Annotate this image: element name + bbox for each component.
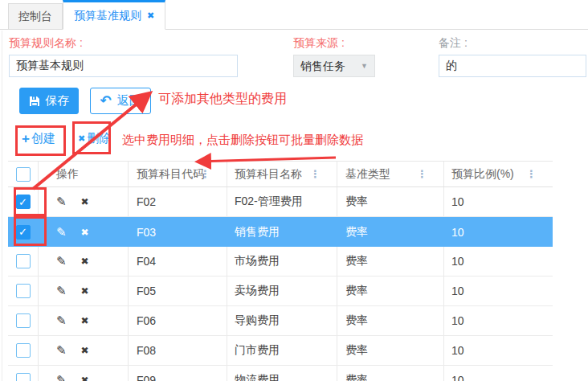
header-cell-name: 预算科目名称 ⋮: [227, 162, 337, 186]
annotation-note-add-fees: 可添加其他类型的费用: [158, 91, 287, 108]
rule-name-label: 预算规则名称 :: [9, 36, 238, 51]
delete-button[interactable]: ✖ 删除: [78, 131, 111, 146]
row-checkbox[interactable]: ✓: [16, 225, 31, 240]
cell-name: 销售费用: [227, 217, 337, 247]
row-checkbox[interactable]: ✓: [16, 195, 31, 209]
tab-console[interactable]: 控制台: [8, 3, 63, 29]
column-menu-icon[interactable]: ⋮: [417, 168, 427, 180]
cell-type: 费率: [337, 366, 444, 381]
delete-label: 删除: [87, 131, 111, 146]
checkbox-check-icon: ✓: [18, 227, 27, 237]
create-label: 创建: [31, 131, 55, 146]
cell-code: F06: [129, 306, 227, 335]
cell-type: 费率: [337, 247, 444, 276]
column-menu-icon[interactable]: ⋮: [310, 168, 321, 180]
tab-budget-rules-label: 预算基准规则: [74, 9, 141, 23]
row-checkbox[interactable]: ✓: [16, 343, 31, 358]
remark-input[interactable]: [439, 55, 586, 77]
row-operations-cell: ✎ ✖: [39, 366, 129, 381]
delete-row-icon[interactable]: ✖: [81, 227, 89, 238]
create-button[interactable]: + 创建: [22, 131, 55, 146]
cell-name: 门市费用: [227, 336, 337, 365]
cell-name: 市场费用: [227, 247, 337, 276]
header-cell-ratio: 预算比例(%) ⋮: [444, 162, 553, 186]
table-row[interactable]: ✓ ✎ ✖ F03 销售费用 费率 10: [8, 217, 553, 247]
cell-ratio: 10: [444, 306, 553, 335]
annotation-note-batch-delete: 选中费用明细，点击删除按钮可批量删除数据: [122, 133, 363, 148]
table-row[interactable]: ✓ ✎ ✖ F04 市场费用 费率 10: [8, 247, 553, 277]
delete-row-icon[interactable]: ✖: [81, 315, 89, 326]
cell-name: F02-管理费用: [227, 187, 337, 216]
delete-row-icon[interactable]: ✖: [81, 256, 89, 267]
row-checkbox-cell: ✓: [8, 247, 39, 276]
cell-type: 费率: [337, 306, 444, 335]
cell-code: F08: [129, 336, 227, 365]
edit-row-icon[interactable]: ✎: [56, 225, 67, 240]
row-operations-cell: ✎ ✖: [39, 187, 129, 216]
row-checkbox-cell: ✓: [8, 187, 39, 216]
tab-console-label: 控制台: [18, 10, 52, 24]
back-button[interactable]: ↶ 返回: [90, 88, 151, 114]
remark-label: 备注 :: [439, 36, 586, 51]
table-header: ✓ 操作 预算科目代码 ⋮ 预算科目名称 ⋮ 基准类型 ⋮: [8, 162, 553, 187]
cell-type: 费率: [337, 336, 444, 365]
field-budget-source: 预算来源 : 销售任务 ▼: [293, 36, 375, 77]
row-checkbox[interactable]: ✓: [16, 373, 31, 381]
cell-code: F05: [129, 277, 227, 305]
budget-source-select[interactable]: 销售任务 ▼: [293, 55, 375, 77]
table-row[interactable]: ✓ ✎ ✖ F02 F02-管理费用 费率 10: [8, 187, 553, 217]
edit-row-icon[interactable]: ✎: [56, 254, 67, 268]
table-row[interactable]: ✓ ✎ ✖ F09 物流费用 费率 10: [8, 366, 553, 381]
edit-row-icon[interactable]: ✎: [56, 313, 67, 328]
table-row[interactable]: ✓ ✎ ✖ F05 卖场费用 费率 10: [8, 277, 553, 306]
cell-code: F02: [129, 187, 227, 216]
cell-type: 费率: [337, 277, 444, 305]
table-row[interactable]: ✓ ✎ ✖ F06 导购费用 费率 10: [8, 306, 553, 336]
cell-ratio: 10: [444, 217, 553, 247]
tab-close-icon[interactable]: ✖: [147, 10, 154, 21]
rule-name-input[interactable]: [9, 55, 238, 77]
plus-icon: +: [22, 132, 30, 145]
edit-row-icon[interactable]: ✎: [56, 343, 67, 358]
row-operations-cell: ✎ ✖: [39, 306, 129, 335]
cell-name: 卖场费用: [227, 277, 337, 305]
field-rule-name: 预算规则名称 :: [9, 36, 238, 77]
row-checkbox[interactable]: ✓: [16, 254, 31, 268]
delete-row-icon[interactable]: ✖: [81, 285, 89, 297]
budget-source-label: 预算来源 :: [293, 36, 375, 51]
row-checkbox[interactable]: ✓: [16, 313, 31, 328]
table-row[interactable]: ✓ ✎ ✖ F08 门市费用 费率 10: [8, 336, 553, 366]
budget-items-table: ✓ 操作 预算科目代码 ⋮ 预算科目名称 ⋮ 基准类型 ⋮: [8, 161, 553, 381]
header-cell-code: 预算科目代码 ⋮: [129, 162, 227, 186]
row-operations-cell: ✎ ✖: [39, 247, 129, 276]
cell-name: 导购费用: [227, 306, 337, 335]
panel-left-border: [2, 31, 2, 381]
column-menu-icon[interactable]: ⋮: [200, 168, 210, 180]
row-checkbox-cell: ✓: [8, 336, 39, 365]
tab-budget-rules[interactable]: 预算基准规则 ✖: [63, 0, 165, 30]
delete-row-icon[interactable]: ✖: [81, 345, 89, 356]
edit-row-icon[interactable]: ✎: [56, 284, 67, 298]
cell-name: 物流费用: [227, 366, 337, 381]
checkbox-check-icon: ✓: [18, 197, 27, 207]
dropdown-arrow-icon: ▼: [361, 55, 368, 76]
row-checkbox[interactable]: ✓: [16, 284, 31, 298]
select-all-checkbox[interactable]: ✓: [16, 167, 31, 182]
row-checkbox-cell: ✓: [8, 277, 39, 305]
delete-row-icon[interactable]: ✖: [81, 375, 89, 381]
header-cell-operation: 操作: [39, 162, 129, 186]
back-label: 返回: [117, 93, 141, 109]
save-icon: [29, 96, 40, 107]
cell-ratio: 10: [444, 247, 553, 276]
cell-ratio: 10: [444, 277, 553, 305]
save-button[interactable]: 保存: [19, 88, 79, 114]
cell-ratio: 10: [444, 336, 553, 365]
row-checkbox-cell: ✓: [8, 217, 39, 247]
cell-type: 费率: [337, 217, 444, 247]
edit-row-icon[interactable]: ✎: [56, 195, 67, 209]
delete-row-icon[interactable]: ✖: [81, 196, 89, 207]
delete-x-icon: ✖: [78, 134, 85, 143]
edit-row-icon[interactable]: ✎: [56, 373, 67, 381]
select-all-cell: ✓: [8, 162, 39, 186]
column-menu-icon[interactable]: ⋮: [526, 168, 537, 180]
